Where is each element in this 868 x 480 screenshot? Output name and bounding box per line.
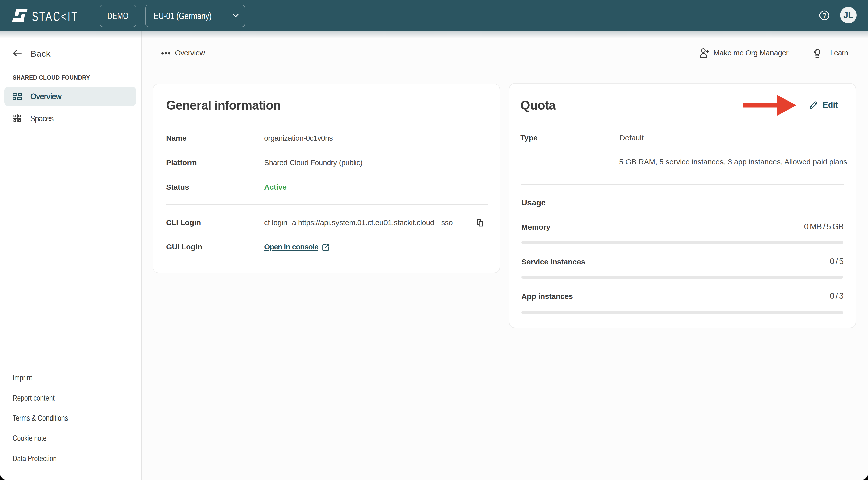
svg-text:?: ? — [822, 12, 826, 19]
